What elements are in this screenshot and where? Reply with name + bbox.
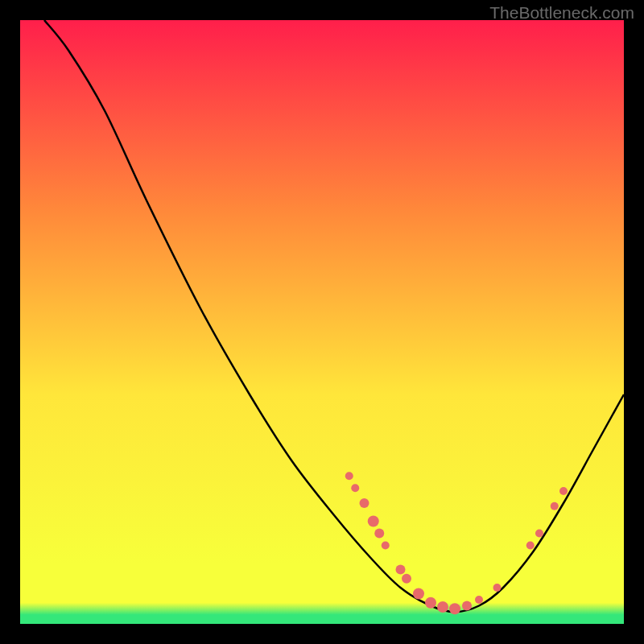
data-marker <box>425 597 436 609</box>
data-marker <box>559 487 568 495</box>
data-marker <box>449 603 460 614</box>
data-marker <box>368 516 379 527</box>
data-marker <box>351 484 359 492</box>
data-marker <box>413 588 424 600</box>
chart-svg <box>20 20 624 624</box>
data-marker <box>475 596 483 604</box>
watermark-text: TheBottleneck.com <box>489 3 634 23</box>
data-marker <box>551 502 559 510</box>
data-marker <box>526 542 535 550</box>
data-marker <box>493 584 502 592</box>
data-marker <box>360 498 369 508</box>
data-marker <box>345 472 353 480</box>
data-marker <box>437 601 448 613</box>
data-marker <box>535 530 543 538</box>
data-marker <box>402 574 411 584</box>
gradient-background <box>20 20 624 624</box>
data-marker <box>374 529 384 539</box>
chart-container: TheBottleneck.com <box>0 0 644 644</box>
data-marker <box>462 601 472 611</box>
data-marker <box>396 565 406 575</box>
data-marker <box>382 542 390 550</box>
plot-area <box>20 20 624 624</box>
